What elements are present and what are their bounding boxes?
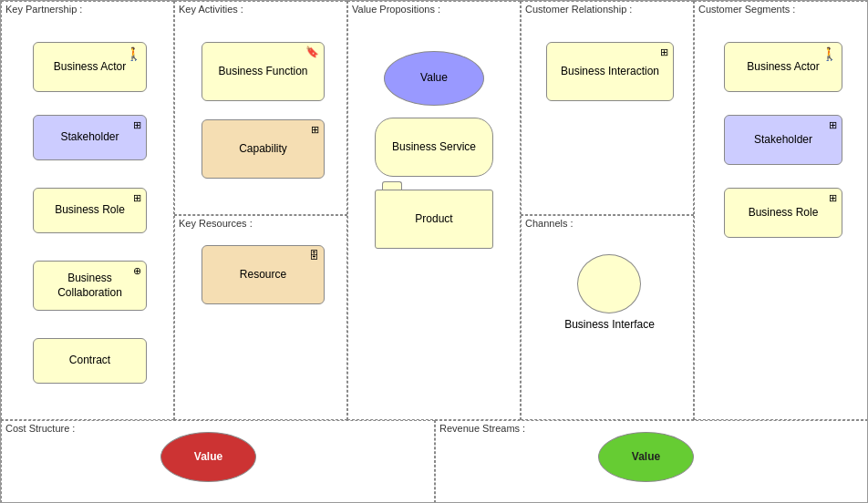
actor-icon: 🚶 bbox=[822, 46, 837, 62]
card-vp-value[interactable]: Value bbox=[384, 51, 484, 106]
card-kp-contract[interactable]: Contract bbox=[33, 338, 147, 384]
card-label: Product bbox=[415, 212, 452, 227]
card-kr-resource[interactable]: 🗄 Resource bbox=[202, 245, 325, 304]
section-label-value-propositions: Value Propositions : bbox=[352, 4, 440, 15]
card-cost-value[interactable]: Value bbox=[160, 432, 256, 482]
card-label: Business Actor bbox=[54, 60, 126, 75]
section-label-channels: Channels : bbox=[525, 218, 574, 229]
section-label-revenue-streams: Revenue Streams : bbox=[439, 423, 525, 434]
card-label: Value bbox=[194, 450, 222, 465]
card-cs-stakeholder[interactable]: ⊞ Stakeholder bbox=[724, 115, 842, 165]
card-label: Capability bbox=[239, 142, 287, 157]
card-label: Business Function bbox=[218, 65, 307, 79]
card-ch-interface[interactable] bbox=[577, 254, 641, 313]
section-customer-relationship: Customer Relationship : bbox=[521, 1, 694, 215]
canvas: Key Partnership : Key Activities : Key R… bbox=[0, 0, 868, 503]
card-label: Business Collaboration bbox=[37, 272, 142, 300]
actor-icon: 🚶 bbox=[126, 46, 141, 62]
card-vp-product[interactable]: Product bbox=[375, 190, 493, 249]
section-label-cost-structure: Cost Structure : bbox=[5, 423, 75, 434]
card-kp-stakeholder[interactable]: ⊞ Stakeholder bbox=[33, 115, 147, 160]
toggle-icon: ⊞ bbox=[133, 118, 141, 131]
card-vp-service[interactable]: Business Service bbox=[375, 118, 493, 177]
card-label: Resource bbox=[240, 268, 286, 282]
card-label: Contract bbox=[69, 354, 110, 368]
section-label-key-resources: Key Resources : bbox=[179, 218, 253, 229]
card-cs-role[interactable]: ⊞ Business Role bbox=[724, 188, 842, 238]
card-label: Value bbox=[632, 450, 660, 465]
toggle-icon: ⊞ bbox=[829, 118, 837, 131]
card-label: Stakeholder bbox=[60, 130, 119, 145]
db-icon: ⊞ bbox=[311, 123, 319, 136]
card-rev-value[interactable]: Value bbox=[598, 432, 694, 482]
collab-icon: ⊕ bbox=[133, 264, 141, 277]
interact-icon: ⊞ bbox=[660, 46, 668, 58]
db-icon: 🗄 bbox=[309, 249, 319, 262]
card-kp-actor[interactable]: 🚶 Business Actor bbox=[33, 42, 147, 92]
card-label: Business Actor bbox=[747, 60, 819, 75]
card-ka-function[interactable]: 🔖 Business Function bbox=[202, 42, 325, 101]
card-label: Stakeholder bbox=[754, 133, 812, 148]
section-label-key-partnership: Key Partnership : bbox=[5, 4, 82, 15]
toggle-icon: ⊞ bbox=[829, 191, 837, 204]
card-label: Value bbox=[420, 71, 448, 86]
bookmark-icon: 🔖 bbox=[305, 46, 319, 60]
section-key-activities: Key Activities : bbox=[174, 1, 347, 215]
biz-interface-label: Business Interface bbox=[548, 318, 671, 331]
section-label-key-activities: Key Activities : bbox=[179, 4, 243, 15]
card-cr-interaction[interactable]: ⊞ Business Interaction bbox=[546, 42, 674, 101]
card-label: Business Role bbox=[55, 203, 125, 218]
card-kp-role[interactable]: ⊞ Business Role bbox=[33, 188, 147, 233]
card-label: Business Role bbox=[749, 206, 819, 221]
card-kp-collab[interactable]: ⊕ Business Collaboration bbox=[33, 261, 147, 311]
card-ka-capability[interactable]: ⊞ Capability bbox=[202, 119, 325, 179]
card-cs-actor[interactable]: 🚶 Business Actor bbox=[724, 42, 842, 92]
section-label-customer-segments: Customer Segments : bbox=[698, 4, 795, 15]
toggle-icon: ⊞ bbox=[133, 191, 141, 204]
card-label: Business Service bbox=[392, 140, 476, 155]
section-label-customer-relationship: Customer Relationship : bbox=[525, 4, 632, 15]
card-label: Business Interaction bbox=[561, 65, 659, 79]
